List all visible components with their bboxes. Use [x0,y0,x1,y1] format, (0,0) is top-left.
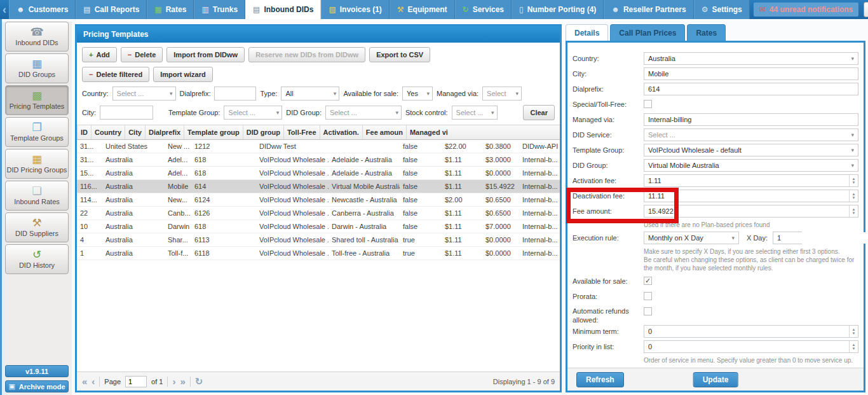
nav-tab[interactable]: ▦ Rates [147,0,194,19]
nav-scroll-left-icon[interactable]: ‹ [0,0,9,19]
refresh-button[interactable]: Refresh [576,372,624,387]
column-header[interactable]: City [125,125,145,139]
deactivation-fee-input[interactable] [644,190,849,202]
filter-country-select[interactable]: Select ... [112,87,176,100]
nav-tab[interactable]: ▤ Inbound DIDs [245,0,321,19]
prev-page-icon[interactable]: ‹ [92,377,95,386]
column-header[interactable]: Country [91,125,125,139]
city-input[interactable] [644,67,858,80]
special-toll-free-checkbox[interactable] [644,100,652,108]
details-tab[interactable]: Rates [687,24,726,41]
spinner-arrows[interactable] [849,341,858,352]
sidebar-item[interactable]: ▩ Pricing Templates [5,85,69,115]
available-for-sale-checkbox[interactable]: ✓ [644,277,652,285]
first-page-icon[interactable]: « [82,377,87,386]
sidebar-item-label: Pricing Templates [10,102,65,110]
archive-mode-button[interactable]: ▣ Archive mode [5,380,69,392]
table-row[interactable]: 10 Australia Darwin 618 VoIPcloud Wholes… [77,220,560,233]
column-header[interactable]: Fee amoun [362,125,406,139]
filter-available-select[interactable]: Yes [402,87,433,100]
did-group-select[interactable]: Virtual Mobile Australia [644,159,858,172]
filter-dialprefix-input[interactable] [214,87,256,100]
activation-fee-label: Activation fee: [573,174,644,184]
nav-tab[interactable]: ⚒ Equipment [390,0,455,19]
unread-notifications-button[interactable]: ✉ 44 unread notifications [754,3,858,17]
page-number-input[interactable] [125,376,147,387]
cell-toll-free: false [400,167,442,179]
column-header[interactable]: DID group [243,125,283,139]
spinner-arrows[interactable] [849,205,858,217]
import-wizard-button[interactable]: Import wizard [153,67,213,82]
column-header[interactable]: Managed vi [406,125,451,139]
table-row[interactable]: 114... Australia New... 6124 VoIPcloud W… [77,193,560,207]
nav-tab[interactable]: ▥ Trunks [194,0,245,19]
filter-template-group-select[interactable]: Select ... [224,106,282,120]
table-row[interactable]: 22 Australia Canb... 6126 VoIPcloud Whol… [77,207,560,220]
managed-via-input[interactable] [644,113,858,126]
filter-type-select[interactable]: All [281,87,339,100]
cell-template-group: VoIPcloud Wholesale ... [256,220,329,233]
filter-stock-select[interactable]: Select ... [452,106,498,120]
spinner-arrows[interactable] [849,326,858,337]
nav-tab[interactable]: ↻ Services [455,0,512,19]
table-row[interactable]: 15... Australia Adel... 618 VoIPcloud Wh… [77,167,560,180]
logout-button[interactable]: ➜ Log [864,2,868,17]
sidebar-item[interactable]: ❏ Inbound Rates [5,181,69,211]
details-tab[interactable]: Call Plan Prices [610,24,685,41]
automatic-refunds-checkbox[interactable] [644,307,652,315]
execution-rule-select[interactable]: Monthly on X Day [644,232,739,244]
column-header[interactable]: Template group [184,125,243,139]
table-row[interactable]: 31... United States New ... 1212 DIDww T… [77,140,560,153]
delete-filtered-button[interactable]: − Delete filtered [82,67,149,82]
sidebar-item[interactable]: ▦ DID Groups [5,53,69,83]
fee-amount-input[interactable] [644,205,849,217]
prorata-checkbox[interactable] [644,292,652,300]
delete-button[interactable]: − Delete [121,47,163,62]
next-page-icon[interactable]: › [172,377,175,386]
nav-tab[interactable]: ☻ Reseller Partners [604,0,693,19]
divider [190,377,191,387]
nav-tab[interactable]: ☻ Customers [9,0,76,19]
update-button[interactable]: Update [693,372,738,387]
table-row[interactable]: 4 Australia Shar... 6113 VoIPcloud Whole… [77,233,560,247]
priority-in-list-input[interactable] [644,341,849,352]
filter-city-input[interactable] [100,106,153,120]
column-header[interactable]: Toll-Free [283,125,320,139]
minimum-term-label: Minimum term: [573,325,644,335]
column-header[interactable]: Activation. [320,125,362,139]
table-row[interactable]: 1 Australia Toll-f... 6118 VoIPcloud Who… [77,247,560,260]
sidebar-item[interactable]: ▦ DID Pricing Groups [5,149,69,179]
filter-did-group-select[interactable]: Select ... [325,106,402,120]
details-tab[interactable]: Details [566,24,608,41]
country-select[interactable]: Australia [644,52,858,65]
refresh-grid-icon[interactable]: ↻ [195,377,203,386]
minimum-term-input[interactable] [644,326,849,337]
filter-managed-select[interactable]: Select [482,87,522,100]
dialprefix-input[interactable] [644,83,858,95]
nav-tab[interactable]: ▤ Call Reports [76,0,147,19]
nav-tab[interactable]: ▯ Number Porting (4) [512,0,604,19]
activation-fee-input[interactable] [644,175,849,186]
nav-tab[interactable]: ⚙ Settings [694,0,750,19]
did-service-select[interactable]: Select ... [644,128,858,141]
table-row[interactable]: 31... Australia Adel... 618 VoIPcloud Wh… [77,153,560,167]
add-button[interactable]: + Add [82,47,117,62]
table-row[interactable]: 116... Australia Mobile 614 VoIPcloud Wh… [77,180,560,193]
sidebar-item[interactable]: ☎ Inbound DIDs [5,22,69,52]
version-button[interactable]: v1.9.11 [5,365,69,377]
export-to-csv-button[interactable]: Export to CSV [369,47,430,62]
nav-tab[interactable]: ▨ Invoices (1) [321,0,389,19]
column-header[interactable]: ID [77,125,91,139]
spinner-arrows[interactable] [849,190,858,202]
template-group-select[interactable]: VoIPcloud Wholesale - default [644,144,858,156]
import-from-didww-button[interactable]: Import from DIDww [166,47,245,62]
sidebar-item[interactable]: ❐ Template Groups [5,117,69,147]
spinner-arrows[interactable] [849,175,858,186]
column-header[interactable]: Dialprefix [145,125,184,139]
sidebar-item[interactable]: ↺ DID History [5,244,69,274]
last-page-icon[interactable]: » [180,377,185,386]
x-day-input[interactable] [773,232,868,244]
details-tab-label: Details [574,29,599,38]
sidebar-item[interactable]: ⚒ DID Suppliers [5,212,69,242]
clear-filters-button[interactable]: Clear [523,105,555,120]
